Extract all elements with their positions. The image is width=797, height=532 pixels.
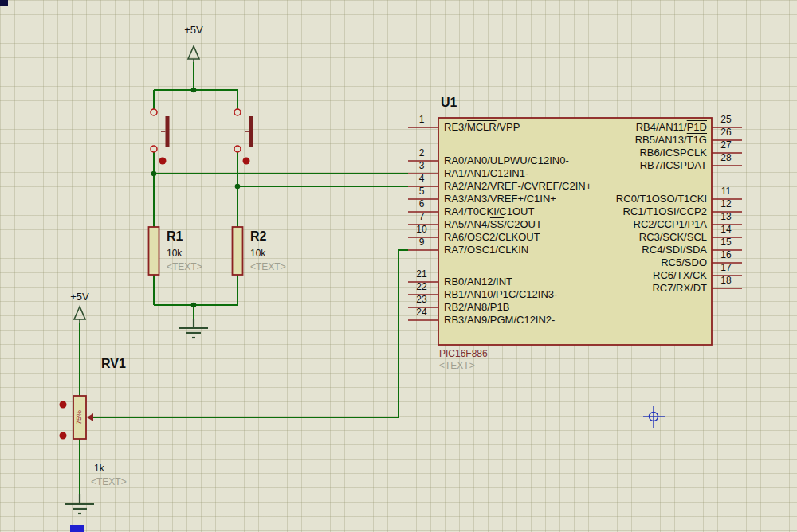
- pin-label: RB5/AN13/T1G: [635, 134, 707, 146]
- r2-text-placeholder: <TEXT>: [250, 261, 286, 272]
- sheet-corner-marker: [0, 0, 8, 6]
- pin-label: RB1/AN10/P1C/C12IN3-: [444, 288, 557, 300]
- pin-label: RC7/RX/DT: [652, 282, 707, 294]
- power-arrow-icon[interactable]: [74, 307, 85, 319]
- pin-label: RC1/T1OSI/CCP2: [623, 205, 707, 217]
- button-contact[interactable]: [151, 146, 157, 152]
- button-contact[interactable]: [151, 109, 157, 115]
- pin-label-segment: RA2/AN2/VREF-/CVREF/C2IN+: [444, 180, 591, 192]
- pin-label-segment: RA1/AN1/C12IN1-: [444, 167, 528, 179]
- pin-number: 25: [710, 115, 742, 125]
- pin-number: 13: [710, 212, 742, 222]
- pin-label: RB4/AN11/P1D: [636, 121, 707, 133]
- pin-label: RA7/OSC1/CLKIN: [444, 244, 528, 256]
- pin-label-segment: RB1/AN10/P1C/C12IN3-: [444, 288, 557, 300]
- pin-number: 23: [406, 295, 437, 305]
- pin-number: 7: [406, 212, 437, 222]
- resistor-r2-body[interactable]: [233, 227, 243, 275]
- pin-label-segment: RA3/AN3/VREF+/C1IN+: [444, 193, 556, 205]
- chip-part-label: PIC16F886: [439, 348, 488, 359]
- pin-label: RA2/AN2/VREF-/CVREF/C2IN+: [444, 180, 591, 192]
- pin-label-segment: RB4/AN11/: [636, 121, 687, 133]
- rv1-value-label: 1k: [94, 463, 104, 474]
- pin-label: RC0/T1OSO/T1CKI: [616, 193, 707, 205]
- power-label-left: +5V: [70, 291, 89, 303]
- pot-adjust-up-dot[interactable]: [60, 401, 67, 409]
- pin-number: 5: [406, 186, 437, 197]
- pin-label-segment: RB6/ICSPCLK: [639, 147, 707, 158]
- pin-label-segment: RC7/RX/DT: [652, 282, 707, 294]
- ground-terminal-icon[interactable]: [179, 319, 208, 338]
- pin-number: 16: [710, 250, 742, 260]
- pin-label-segment: RC2/CCP1/P1A: [634, 218, 707, 230]
- power-terminal-icon[interactable]: [74, 307, 85, 323]
- resistor-r1-body[interactable]: [149, 227, 159, 275]
- pin-label-segment: T1G: [687, 134, 707, 146]
- button-contact[interactable]: [234, 146, 241, 152]
- pin-label-segment: RA4/T0CKI/C1OUT: [444, 205, 534, 217]
- pin-label-segment: RB3/AN9/PGM/C12IN2-: [444, 314, 555, 326]
- pin-label-segment: MCLR: [467, 121, 497, 133]
- pin-label: RC4/SDI/SDA: [642, 244, 707, 256]
- r1-ref-label: R1: [167, 229, 183, 244]
- pin-label-segment: RA7/OSC1/CLKIN: [444, 244, 528, 256]
- pin-label: RA0/AN0/ULPWU/C12IN0-: [444, 155, 569, 166]
- pin-number: 27: [710, 140, 742, 151]
- rv1-wiper-percent-label: 75%: [75, 410, 83, 424]
- pin-number: 26: [710, 127, 742, 138]
- button-state-dot[interactable]: [159, 158, 167, 165]
- pin-label: RC3/SCK/SCL: [639, 231, 707, 243]
- pin-number: 18: [710, 276, 742, 286]
- pin-label-segment: RC4/SDI/SDA: [642, 244, 707, 256]
- wire-pot-to-pin9[interactable]: [93, 250, 408, 417]
- ground-terminal-icon[interactable]: [65, 494, 94, 514]
- r1-text-placeholder: <TEXT>: [167, 261, 202, 272]
- button-state-dot[interactable]: [243, 158, 250, 165]
- pin-label: RC6/TX/CK: [653, 269, 707, 281]
- pin-label-segment: RA0/AN0/ULPWU/C12IN0-: [444, 155, 569, 166]
- pin-label-segment: RC6/TX/CK: [653, 269, 707, 281]
- pin-number: 12: [710, 199, 742, 209]
- pin-label-segment: RC0/T1OSO/T1CKI: [616, 193, 707, 205]
- power-arrow-icon[interactable]: [188, 46, 199, 59]
- pin-number: 4: [406, 174, 437, 184]
- pin-label: RA5/AN4/SS/C2OUT: [444, 218, 542, 230]
- pin-label: RB6/ICSPCLK: [639, 147, 707, 158]
- wires: [80, 62, 408, 494]
- pot-wiper-arrow-icon[interactable]: [87, 413, 93, 421]
- pin-label-segment: RC5/SDO: [661, 256, 707, 268]
- pin-label-segment: RB7/ICSPDAT: [640, 159, 707, 171]
- pin-label: RB7/ICSPDAT: [640, 159, 707, 171]
- button-actuator[interactable]: [166, 116, 170, 147]
- pin-number: 14: [710, 225, 742, 235]
- pin-label: RE3/MCLR/VPP: [444, 121, 520, 133]
- pin-label-segment: RA6/OSC2/CLKOUT: [444, 231, 540, 243]
- origin-crosshair-icon: [643, 406, 665, 428]
- power-terminal-icon[interactable]: [188, 46, 199, 62]
- rv1-ref-label: RV1: [101, 357, 126, 371]
- chip-text-placeholder: <TEXT>: [439, 360, 475, 371]
- pin-number: 24: [406, 307, 437, 318]
- pin-label: RC2/CCP1/P1A: [634, 218, 707, 230]
- pin-label-segment: RE3/: [444, 121, 467, 133]
- button-contact[interactable]: [234, 109, 241, 115]
- pin-label: RA1/AN1/C12IN1-: [444, 167, 528, 179]
- r2-ref-label: R2: [250, 229, 266, 244]
- pot-adjust-down-dot[interactable]: [60, 432, 67, 440]
- pin-number: 10: [406, 225, 437, 235]
- pin-label-segment: P1D: [687, 121, 707, 133]
- r2-value-label: 10k: [250, 248, 265, 259]
- pin-number: 6: [406, 199, 437, 209]
- pin-number: 2: [406, 148, 437, 158]
- pin-number: 28: [710, 153, 742, 163]
- pin-label-segment: RA5/AN4/: [444, 218, 490, 230]
- pin-label: RC5/SDO: [661, 256, 707, 268]
- junction-dot: [151, 171, 157, 177]
- pin-number: 9: [406, 237, 437, 248]
- pin-number: 1: [406, 115, 437, 125]
- junction-dot: [235, 184, 241, 190]
- pin-label-segment: RB2/AN8/P1B: [444, 301, 509, 313]
- junction-dot: [191, 303, 197, 308]
- button-actuator[interactable]: [249, 116, 253, 147]
- pin-number: 15: [710, 237, 742, 248]
